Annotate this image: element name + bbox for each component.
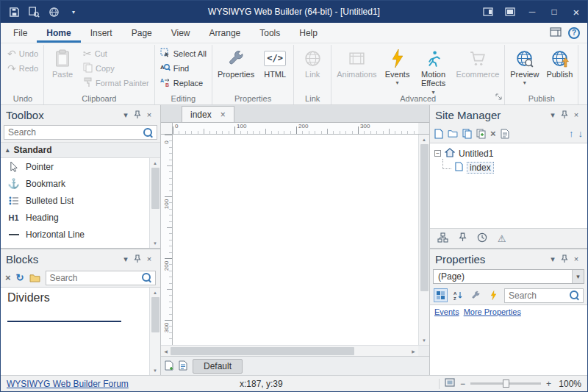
events-view-icon[interactable] xyxy=(487,288,501,302)
blocks-close-icon[interactable]: × xyxy=(143,254,155,263)
zoom-fit-icon[interactable] xyxy=(445,378,455,389)
toolbox-close-icon[interactable]: × xyxy=(143,110,155,119)
maximize-button[interactable]: □ xyxy=(543,1,565,23)
history-clock-icon[interactable] xyxy=(477,232,487,245)
site-tree-page-index[interactable]: index xyxy=(442,160,583,174)
tree-collapse-icon[interactable]: − xyxy=(434,150,441,157)
toolbox-menu-icon[interactable]: ▾ xyxy=(120,110,132,120)
preview-quick-icon[interactable] xyxy=(25,4,43,20)
property-target-dropdown[interactable]: (Page) ▾ xyxy=(433,269,584,284)
scrollbar-thumb[interactable] xyxy=(420,144,429,291)
events-link[interactable]: Events xyxy=(434,307,459,316)
breakpoint-default-tab[interactable]: Default xyxy=(193,359,243,374)
site-manager-pin-icon[interactable] xyxy=(559,110,570,119)
zoom-in-icon[interactable]: + xyxy=(546,379,551,389)
blocks-pin-icon[interactable] xyxy=(132,254,143,263)
canvas-vertical-scrollbar[interactable]: ▲ ▼ xyxy=(418,135,429,345)
delete-page-icon[interactable]: × xyxy=(490,128,496,139)
properties-button[interactable]: Properties xyxy=(215,46,257,79)
toolbox-item-bookmark[interactable]: ⚓ Bookmark xyxy=(1,175,149,192)
toolbox-category-standard[interactable]: ▴ Standard xyxy=(1,142,160,158)
toolbox-scrollbar[interactable]: ▲ ▼ xyxy=(149,158,160,248)
page-properties-icon[interactable] xyxy=(501,129,509,139)
fullscreen-icon[interactable] xyxy=(499,1,521,23)
blocks-folder-icon[interactable] xyxy=(29,274,40,282)
new-page-icon[interactable] xyxy=(434,129,443,139)
html-button[interactable]: </> HTML xyxy=(259,46,291,79)
site-tree-root[interactable]: − Untitled1 xyxy=(434,146,583,160)
replace-button[interactable]: AB Replace xyxy=(157,76,209,90)
scrollbar-thumb[interactable] xyxy=(151,168,159,209)
forum-link[interactable]: WYSIWYG Web Builder Forum xyxy=(1,379,135,389)
toolbox-item-pointer[interactable]: Pointer xyxy=(1,158,149,175)
scroll-up-icon[interactable]: ▲ xyxy=(150,158,160,168)
scroll-left-icon[interactable]: ◀ xyxy=(161,346,171,356)
advanced-dialog-launcher-icon[interactable] xyxy=(495,92,502,102)
page-canvas[interactable] xyxy=(173,135,418,345)
minimize-button[interactable]: ─ xyxy=(521,1,543,23)
dropdown-caret-icon[interactable]: ▾ xyxy=(572,270,584,283)
scrollbar-thumb[interactable] xyxy=(171,347,354,355)
document-tab-index[interactable]: index × xyxy=(182,106,234,122)
zoom-slider-thumb[interactable] xyxy=(503,379,509,388)
properties-pin-icon[interactable] xyxy=(559,254,570,263)
tab-view[interactable]: View xyxy=(162,23,200,43)
toolbox-item-bulleted-list[interactable]: Bulleted List xyxy=(1,192,149,209)
move-down-icon[interactable]: ↓ xyxy=(578,128,584,139)
site-manager-close-icon[interactable]: × xyxy=(570,110,582,119)
blocks-scrollbar[interactable]: ▲ ▼ xyxy=(149,288,160,375)
events-button[interactable]: Events ▾ xyxy=(381,46,414,86)
tab-arrange[interactable]: Arrange xyxy=(200,23,251,43)
toolbox-item-heading[interactable]: H1 Heading xyxy=(1,209,149,226)
blocks-search-input[interactable] xyxy=(50,273,143,283)
add-breakpoint-icon[interactable] xyxy=(165,360,175,371)
scroll-up-icon[interactable]: ▲ xyxy=(419,135,429,144)
toolbox-search-input[interactable] xyxy=(8,127,143,138)
tab-close-icon[interactable]: × xyxy=(220,110,226,120)
scroll-down-icon[interactable]: ▼ xyxy=(150,366,160,375)
help-icon[interactable]: ? xyxy=(568,27,580,39)
pin-view-icon[interactable] xyxy=(459,232,467,244)
scroll-right-icon[interactable]: ▶ xyxy=(409,346,418,356)
move-up-icon[interactable]: ↑ xyxy=(569,128,574,139)
blocks-menu-icon[interactable]: ▾ xyxy=(120,254,132,264)
more-properties-link[interactable]: More Properties xyxy=(464,307,521,316)
breakpoint-settings-icon[interactable] xyxy=(179,360,189,371)
blocks-clear-icon[interactable]: × xyxy=(5,272,11,283)
site-manager-menu-icon[interactable]: ▾ xyxy=(547,110,559,120)
tab-insert[interactable]: Insert xyxy=(81,23,122,43)
publish-button[interactable]: Publish xyxy=(543,46,576,79)
scrollbar-thumb[interactable] xyxy=(151,297,159,332)
find-button[interactable]: A Find xyxy=(157,61,209,76)
property-pages-icon[interactable] xyxy=(469,288,483,302)
scroll-up-icon[interactable]: ▲ xyxy=(150,288,160,297)
categorized-view-icon[interactable] xyxy=(434,288,448,302)
save-icon[interactable] xyxy=(5,4,23,20)
new-folder-icon[interactable] xyxy=(448,129,458,138)
ribbon-layout-icon[interactable] xyxy=(550,27,562,39)
zoom-out-icon[interactable]: − xyxy=(460,379,465,389)
scroll-down-icon[interactable]: ▼ xyxy=(150,238,160,248)
zoom-slider[interactable] xyxy=(470,382,541,385)
qat-dropdown-icon[interactable]: ▾ xyxy=(65,4,82,20)
divider-block-preview[interactable] xyxy=(7,321,121,322)
toolbox-pin-icon[interactable] xyxy=(132,110,143,119)
close-button[interactable]: × xyxy=(565,1,587,23)
clone-page-icon[interactable] xyxy=(476,129,486,139)
motion-effects-button[interactable]: Motion Effects ▾ xyxy=(415,46,452,96)
issues-warning-icon[interactable]: ⚠ xyxy=(498,233,506,244)
publish-quick-icon[interactable] xyxy=(45,4,62,20)
workspace-icon[interactable] xyxy=(477,1,499,23)
canvas-horizontal-scrollbar[interactable]: ◀ ▶ xyxy=(161,345,418,356)
blocks-refresh-icon[interactable]: ↻ xyxy=(16,272,24,283)
properties-close-icon[interactable]: × xyxy=(570,254,582,263)
tab-tools[interactable]: Tools xyxy=(250,23,290,43)
properties-menu-icon[interactable]: ▾ xyxy=(547,254,559,264)
sitemap-view-icon[interactable] xyxy=(437,232,448,245)
select-all-button[interactable]: Select All xyxy=(157,46,209,61)
copy-page-icon[interactable] xyxy=(462,129,472,139)
alphabetical-view-icon[interactable]: AZ xyxy=(451,288,465,302)
toolbox-item-horizontal-line[interactable]: Horizontal Line xyxy=(1,226,149,243)
properties-search-input[interactable] xyxy=(509,291,570,301)
tab-page[interactable]: Page xyxy=(122,23,162,43)
